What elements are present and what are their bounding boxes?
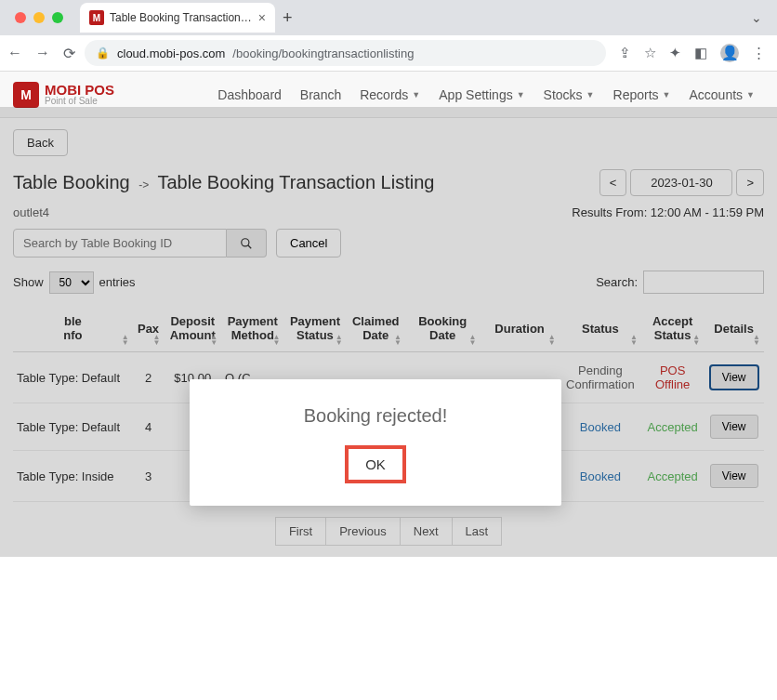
chevron-down-icon: ▼ — [663, 90, 671, 99]
menu-item-records[interactable]: Records▼ — [350, 80, 429, 110]
window-close-icon[interactable] — [15, 12, 26, 23]
url-input[interactable]: 🔒 cloud.mobi-pos.com/booking/bookingtran… — [85, 40, 606, 66]
nav-forward-icon[interactable]: → — [35, 45, 50, 61]
tabs-dropdown-icon[interactable]: ⌄ — [751, 10, 770, 25]
menu-item-app-settings[interactable]: App Settings▼ — [429, 80, 533, 110]
menu-item-dashboard[interactable]: Dashboard — [208, 80, 291, 110]
profile-icon[interactable]: 👤 — [720, 44, 739, 62]
window-minimize-icon[interactable] — [33, 12, 45, 23]
url-host: cloud.mobi-pos.com — [117, 46, 225, 60]
window-maximize-icon[interactable] — [52, 12, 63, 23]
logo-subtitle: Point of Sale — [45, 97, 114, 106]
logo-name: MOBI POS — [45, 83, 114, 97]
chevron-down-icon: ▼ — [517, 90, 525, 99]
modal-ok-button[interactable]: OK — [345, 445, 406, 483]
url-path: /booking/bookingtransactionlisting — [232, 46, 414, 60]
nav-reload-icon[interactable]: ⟳ — [63, 45, 75, 62]
chevron-down-icon: ▼ — [586, 90, 595, 99]
chevron-down-icon: ▼ — [746, 90, 755, 99]
favicon-icon: M — [89, 10, 104, 25]
menu-item-branch[interactable]: Branch — [291, 80, 350, 110]
menu-item-reports[interactable]: Reports▼ — [604, 80, 680, 110]
tab-title: Table Booking Transaction Listi — [110, 11, 253, 24]
new-tab-icon[interactable]: + — [283, 8, 293, 28]
browser-tab[interactable]: M Table Booking Transaction Listi × — [80, 3, 275, 33]
chevron-down-icon: ▼ — [412, 90, 420, 99]
alert-modal: Booking rejected! OK — [190, 379, 561, 506]
logo-badge-icon: M — [13, 82, 39, 108]
modal-message: Booking rejected! — [208, 405, 543, 427]
menu-item-stocks[interactable]: Stocks▼ — [534, 80, 604, 110]
lock-icon: 🔒 — [96, 46, 110, 59]
window-controls — [7, 12, 71, 23]
tab-close-icon[interactable]: × — [258, 10, 266, 25]
nav-back-icon[interactable]: ← — [7, 45, 22, 61]
menu-icon[interactable]: ⋮ — [752, 45, 766, 61]
browser-tab-bar: M Table Booking Transaction Listi × + ⌄ — [0, 0, 777, 35]
address-bar: ← → ⟳ 🔒 cloud.mobi-pos.com/booking/booki… — [0, 35, 777, 71]
menu-item-accounts[interactable]: Accounts▼ — [679, 80, 764, 110]
brand-logo[interactable]: M MOBI POS Point of Sale — [13, 82, 114, 108]
share-icon[interactable]: ⇪ — [619, 45, 631, 61]
panel-icon[interactable]: ◧ — [694, 45, 707, 61]
extensions-icon[interactable]: ✦ — [669, 45, 681, 61]
bookmark-icon[interactable]: ☆ — [644, 45, 656, 61]
